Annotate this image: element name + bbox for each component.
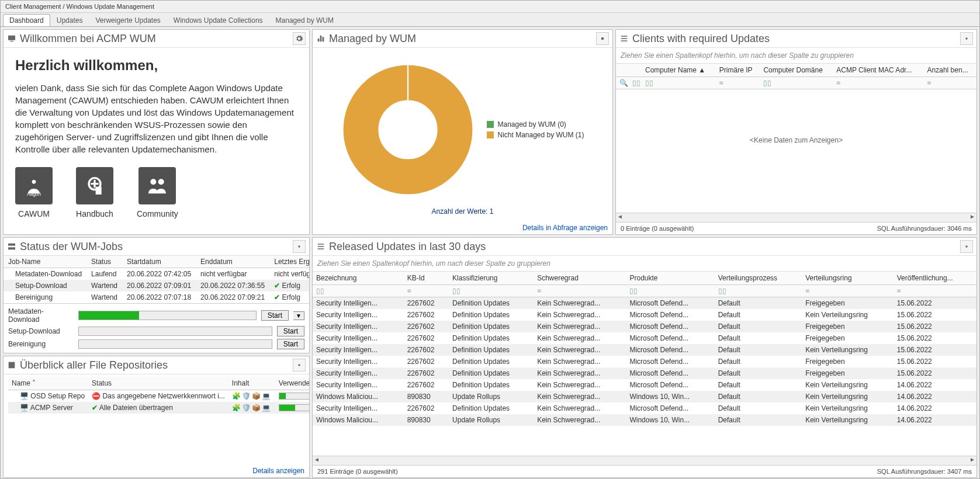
- welcome-paragraph: vielen Dank, dass Sie sich für das Compl…: [15, 82, 297, 155]
- column-header[interactable]: Name ˄: [8, 377, 88, 390]
- svg-point-5: [158, 179, 164, 185]
- list-icon: [316, 242, 325, 251]
- table-row[interactable]: Security Intelligen...2267602Definition …: [313, 297, 976, 310]
- welcome-card-handbuch[interactable]: Handbuch: [76, 167, 113, 218]
- table-row[interactable]: Windows Maliciou...890830Update RollupsK…: [313, 414, 976, 426]
- table-row[interactable]: Security Intelligen...2267602Definition …: [313, 309, 976, 321]
- panel-clients: Clients with required Updates Ziehen Sie…: [615, 29, 977, 235]
- table-row[interactable]: Security Intelligen...2267602Definition …: [313, 379, 976, 391]
- column-header[interactable]: Verteilungsring: [802, 272, 894, 285]
- column-header[interactable]: Computer Name ▲: [642, 64, 716, 77]
- table-row[interactable]: Metadaten-DownloadLaufend20.06.2022 07:4…: [4, 268, 309, 280]
- filter-cell[interactable]: =: [924, 77, 976, 89]
- column-header[interactable]: [616, 64, 629, 77]
- ok-icon: ✔: [92, 404, 98, 412]
- filter-cell[interactable]: ▯▯: [449, 285, 534, 297]
- filter-cell[interactable]: ▯▯: [626, 285, 714, 297]
- table-row[interactable]: 🖥️ ACMP Server✔ Alle Dateien übertragen🧩…: [8, 402, 309, 414]
- start-dropdown[interactable]: ▼: [293, 311, 304, 320]
- panel-managed: Managed by WUM Managed by WUM (0)Nicht M…: [312, 29, 613, 235]
- start-button[interactable]: Start: [261, 310, 289, 321]
- tab-verweigerte-updates[interactable]: Verweigerte Updates: [89, 14, 167, 26]
- filter-cell[interactable]: =: [802, 285, 894, 297]
- svg-rect-10: [8, 247, 15, 249]
- panel-settings-button[interactable]: [293, 359, 306, 372]
- error-icon: ⛔: [92, 392, 101, 400]
- table-row[interactable]: 🖥️ OSD Setup Repo⛔ Das angegebene Netzwe…: [8, 390, 309, 402]
- column-header[interactable]: Schweregrad: [534, 272, 626, 285]
- welcome-card-cawum[interactable]: AagonCAWUM: [15, 167, 53, 218]
- horizontal-scrollbar[interactable]: [313, 456, 976, 465]
- group-hint[interactable]: Ziehen Sie einen Spaltenkopf hierhin, um…: [616, 48, 976, 64]
- details-link[interactable]: Details in Abfrage anzeigen: [522, 224, 608, 232]
- panel-title: Überblick aller File Repositories: [20, 359, 293, 372]
- filter-cell[interactable]: ▯▯: [313, 285, 404, 297]
- start-button[interactable]: Start: [277, 326, 304, 336]
- start-button[interactable]: Start: [277, 339, 304, 349]
- column-header[interactable]: Inhalt: [228, 377, 275, 390]
- table-row[interactable]: Security Intelligen...2267602Definition …: [313, 321, 976, 332]
- column-header[interactable]: Verwendeter Speicher: [275, 377, 309, 390]
- filter-cell[interactable]: ▯▯: [642, 77, 716, 89]
- status-left: 291 Einträge (0 ausgewählt): [317, 468, 398, 475]
- column-header[interactable]: Verteilungsprozess: [715, 272, 802, 285]
- horizontal-scrollbar[interactable]: [616, 213, 976, 222]
- table-row[interactable]: Security Intelligen...2267602Definition …: [313, 332, 976, 344]
- panel-settings-button[interactable]: [596, 32, 609, 45]
- group-hint[interactable]: Ziehen Sie einen Spaltenkopf hierhin, um…: [313, 256, 976, 272]
- search-icon[interactable]: 🔍: [619, 79, 624, 84]
- column-header[interactable]: Enddatum: [196, 256, 269, 268]
- progress-bar: [78, 311, 257, 320]
- column-header[interactable]: Klassifizierung: [449, 272, 534, 285]
- column-header[interactable]: ACMP Client MAC Adr...: [833, 64, 923, 77]
- panel-settings-button[interactable]: [960, 240, 973, 253]
- filter-cell[interactable]: =: [404, 285, 449, 297]
- column-header[interactable]: Produkte: [626, 272, 714, 285]
- table-row[interactable]: Windows Maliciou...890830Update RollupsK…: [313, 391, 976, 402]
- filter-cell[interactable]: ▯▯: [760, 77, 833, 89]
- column-header[interactable]: Veröffentlichung...: [894, 272, 976, 285]
- content-icons: 🧩🛡️📦💻: [232, 404, 272, 412]
- panel-settings-button[interactable]: [960, 32, 973, 45]
- table-row[interactable]: Security Intelligen...2267602Definition …: [313, 356, 976, 367]
- welcome-card-community[interactable]: Community: [137, 167, 178, 218]
- breadcrumb: Client Management / Windows Update Manag…: [1, 1, 979, 13]
- column-header[interactable]: KB-Id: [404, 272, 449, 285]
- column-header[interactable]: Job-Name: [4, 256, 86, 268]
- panel-settings-button[interactable]: [293, 240, 306, 253]
- table-row[interactable]: Security Intelligen...2267602Definition …: [313, 367, 976, 379]
- filter-cell[interactable]: =: [894, 285, 976, 297]
- tab-dashboard[interactable]: Dashboard: [3, 14, 50, 26]
- progress-row: BereinigungStart: [4, 338, 309, 350]
- welcome-heading: Herzlich willkommen,: [15, 57, 297, 74]
- table-row[interactable]: Security Intelligen...2267602Definition …: [313, 344, 976, 356]
- column-header[interactable]: Bezeichnung: [313, 272, 404, 285]
- column-header[interactable]: Letztes Ergebnis: [269, 256, 309, 268]
- table-row[interactable]: Security Intelligen...2267602Definition …: [313, 402, 976, 414]
- tab-updates[interactable]: Updates: [50, 14, 89, 26]
- svg-point-8: [965, 37, 968, 40]
- column-header[interactable]: Status: [86, 256, 122, 268]
- legend-label: Nicht Managed by WUM (1): [497, 131, 584, 139]
- filter-cell[interactable]: ▯▯: [629, 77, 642, 89]
- repos-table: Name ˄StatusInhaltVerwendeter Speicher 🖥…: [8, 377, 309, 414]
- filter-cell[interactable]: 🔍: [616, 77, 629, 89]
- column-header[interactable]: Anzahl ben...: [924, 64, 976, 77]
- table-row[interactable]: Setup-DownloadWartend20.06.2022 07:09:01…: [4, 280, 309, 291]
- details-link[interactable]: Details anzeigen: [252, 467, 304, 475]
- column-header[interactable]: Primäre IP: [716, 64, 760, 77]
- tab-managed-by-wum[interactable]: Managed by WUM: [269, 14, 340, 26]
- column-header[interactable]: Status: [88, 377, 228, 390]
- progress-label: Metadaten-Download: [8, 307, 74, 324]
- panel-settings-button[interactable]: [293, 32, 306, 45]
- column-header[interactable]: [629, 64, 642, 77]
- filter-cell[interactable]: ▯▯: [715, 285, 802, 297]
- people-icon: [138, 167, 176, 204]
- filter-cell[interactable]: =: [833, 77, 923, 89]
- filter-cell[interactable]: =: [534, 285, 626, 297]
- table-row[interactable]: BereinigungWartend20.06.2022 07:07:1820.…: [4, 291, 309, 303]
- filter-cell[interactable]: =: [716, 77, 760, 89]
- tab-windows-update-collections[interactable]: Windows Update Collections: [167, 14, 269, 26]
- column-header[interactable]: Computer Domäne: [760, 64, 833, 77]
- column-header[interactable]: Startdatum: [122, 256, 196, 268]
